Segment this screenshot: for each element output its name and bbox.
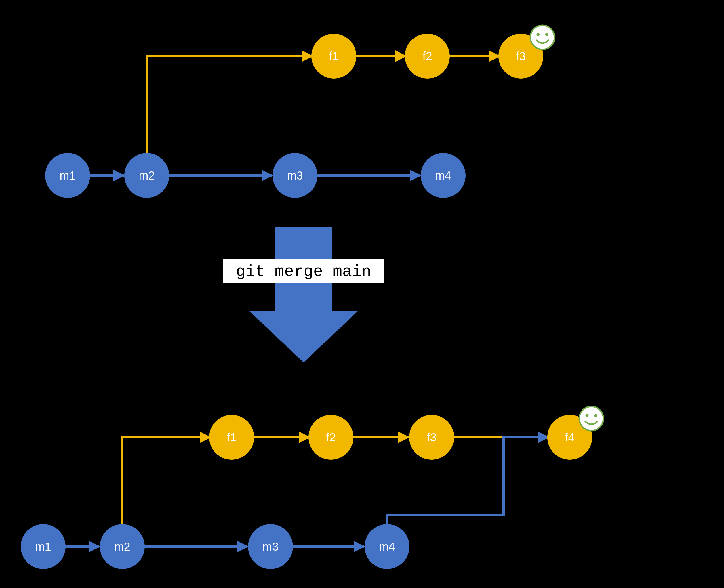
node-f1-before: f1 (311, 34, 356, 79)
node-m1-after: m1 (21, 524, 66, 569)
node-m2-after: m2 (100, 524, 145, 569)
edge-m4-f4-after (387, 437, 548, 525)
label-f1-after: f1 (227, 431, 236, 444)
svg-point-8 (537, 33, 540, 36)
label-f3-after: f3 (427, 431, 436, 444)
svg-point-18 (579, 406, 603, 430)
label-f2-before: f2 (422, 50, 432, 62)
head-smiley-icon-after (579, 406, 603, 430)
label-f2-after: f2 (326, 431, 335, 444)
edge-m2-f1 (147, 56, 312, 154)
label-m2-after: m2 (114, 540, 130, 553)
node-m3-before: m3 (272, 153, 317, 198)
label-m4-after: m4 (379, 540, 395, 553)
svg-point-9 (545, 33, 549, 36)
node-f2-after: f2 (309, 415, 353, 460)
node-m2-before: m2 (124, 153, 169, 198)
svg-point-19 (585, 414, 589, 417)
node-f2-before: f2 (405, 34, 450, 79)
label-m2-before: m2 (139, 169, 155, 182)
head-smiley-icon-before (530, 25, 555, 49)
edge-m2-f1-after (122, 437, 210, 525)
node-m1-before: m1 (45, 153, 90, 198)
label-m3-after: m3 (263, 540, 278, 553)
svg-point-7 (530, 25, 555, 49)
node-m4-before: m4 (421, 153, 466, 198)
before-graph: m1 m2 m3 m4 f1 f2 f3 (45, 25, 555, 198)
label-m4-before: m4 (435, 169, 451, 182)
label-m1-after: m1 (35, 540, 51, 553)
node-f3-after: f3 (409, 415, 454, 460)
after-graph: m1 m2 m3 m4 f1 f2 f3 f4 (21, 406, 603, 569)
transition-arrow: git merge main (223, 227, 384, 362)
label-f4-after: f4 (565, 431, 574, 444)
label-m3-before: m3 (287, 169, 303, 182)
command-text: git merge main (236, 262, 371, 281)
node-f1-after: f1 (209, 415, 254, 460)
git-merge-diagram: m1 m2 m3 m4 f1 f2 f3 (0, 0, 724, 588)
label-f3-before: f3 (516, 50, 525, 62)
label-m1-before: m1 (60, 169, 76, 182)
label-f1-before: f1 (329, 50, 338, 62)
svg-point-20 (594, 414, 597, 417)
node-m3-after: m3 (248, 524, 293, 569)
node-m4-after: m4 (365, 524, 410, 569)
